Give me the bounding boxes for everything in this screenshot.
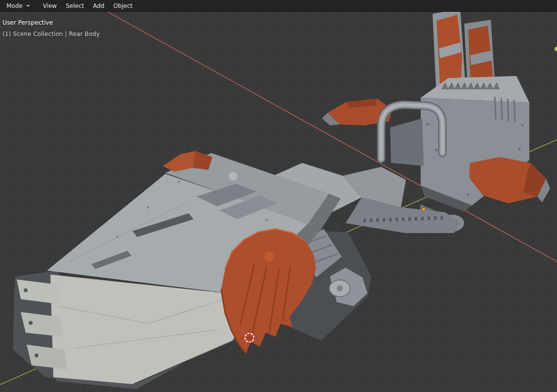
mode-dropdown[interactable]: Mode [2, 1, 34, 10]
speeder-model[interactable] [13, 9, 550, 389]
center-wing-boss [264, 252, 274, 262]
menu-view-label: View [43, 2, 57, 9]
object-origin-point[interactable] [422, 208, 426, 211]
viewport-header: Mode View Select Add Object [0, 0, 557, 12]
scene-collection-breadcrumb: (1) Scene Collection | Rear Body [2, 31, 100, 38]
blender-window: Mode View Select Add Object User Perspec… [0, 0, 557, 392]
viewport-3d[interactable] [0, 0, 557, 392]
exhaust-hole [337, 285, 343, 291]
axis-gizmo-dot [555, 47, 557, 51]
mode-dropdown-label: Mode [6, 3, 23, 9]
menu-add[interactable]: Add [88, 1, 109, 10]
menu-add-label: Add [93, 2, 104, 9]
menu-object[interactable]: Object [109, 1, 137, 10]
menu-view[interactable]: View [39, 1, 61, 10]
deck-sphere [229, 172, 238, 181]
chevron-down-icon [26, 5, 30, 7]
menu-select[interactable]: Select [61, 1, 88, 10]
console [390, 118, 424, 166]
view-perspective-label: User Perspective [2, 19, 53, 26]
viewport-canvas[interactable] [0, 0, 557, 392]
menu-select-label: Select [66, 2, 84, 9]
menu-object-label: Object [113, 2, 132, 9]
